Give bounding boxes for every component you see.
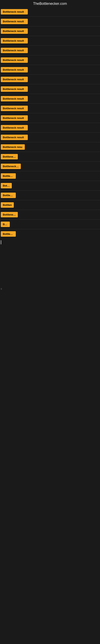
list-item: Bottleneck resu [0,143,100,151]
bottleneck-badge[interactable]: Bottlen [1,202,14,208]
list-item: Bottleneck [0,152,100,161]
bottleneck-badge[interactable]: Bottleneck result [1,67,28,72]
list-item: Bottleneck [0,210,100,219]
list-item: Bottleneck result [0,8,100,16]
bottleneck-badge[interactable]: Bottleneck result [1,48,28,53]
list-item: Bottleneck result [0,66,100,74]
bottleneck-badge[interactable]: Bottleneck result [1,86,28,92]
bottleneck-badge[interactable]: Bottleneck result [1,96,28,102]
bottleneck-badge[interactable]: Bottlenec [1,173,16,179]
list-item: Bottleneck result [0,46,100,55]
separator [0,229,100,229]
bottleneck-badge[interactable]: Bottlenec [1,231,16,237]
bottleneck-badge[interactable]: Bottleneck [1,154,18,160]
list-item: Bottlenec [0,191,100,200]
bottleneck-badge[interactable]: Bottleneck result [1,125,28,130]
list-item: Bottlenec [0,172,100,180]
footer-empty [0,291,100,412]
list-item: Bottleneck result [0,27,100,36]
separator [0,46,100,46]
list-item: Bottleneck result [0,17,100,26]
list-item: Bottleneck result [0,36,100,45]
separator [0,181,100,181]
bottleneck-badge[interactable]: Bottleneck re [1,164,21,169]
separator [0,65,100,65]
separator [0,113,100,113]
list-item: Bottleneck result [0,114,100,122]
separator [0,219,100,220]
empty-section [0,246,100,286]
separator [0,84,100,84]
list-item: Bottleneck result [0,75,100,84]
list-item: Bottleneck result [0,56,100,64]
bottleneck-badge[interactable]: Bottleneck result [1,135,28,140]
list-item: Bottleneck re [0,162,100,171]
small-char-indicator: c [0,286,100,291]
bottleneck-badge[interactable]: Bottleneck result [1,106,28,111]
bottleneck-badge[interactable]: Bottleneck result [1,9,28,14]
bottleneck-badge[interactable]: Bottleneck result [1,77,28,82]
bottleneck-badge[interactable]: Bottleneck result [1,19,28,24]
separator [0,74,100,75]
bottleneck-badge[interactable]: Bottleneck resu [1,144,25,150]
site-title: TheBottlenecker.com [0,0,100,8]
bottleneck-badge[interactable]: Bottlenec [1,192,16,198]
bottleneck-badge[interactable]: Bottleneck [1,212,18,217]
list-item: Bottleneck result [0,94,100,103]
separator [0,94,100,94]
separator [0,152,100,152]
cursor-indicator [1,240,1,244]
list-item: Bottlen [0,201,100,209]
separator [0,171,100,171]
bottleneck-badge[interactable]: Bottleneck result [1,57,28,63]
list-item: Bottleneck result [0,85,100,94]
list-item: Bottleneck result [0,104,100,113]
separator [0,104,100,104]
list-item: Bottleneck result [0,133,100,142]
bottleneck-badge[interactable]: Bottleneck result [1,28,28,34]
list-item: Bottlenec [0,230,100,238]
bottleneck-badge[interactable]: Bottleneck result [1,38,28,44]
bottleneck-badge[interactable]: Bottleneck result [1,115,28,121]
list-item: Bottleneck result [0,123,100,132]
separator [0,123,100,123]
bottleneck-badge[interactable]: Bott [1,222,10,227]
separator [0,36,100,36]
separator [0,200,100,200]
bottleneck-badge[interactable]: Bottle [1,183,12,188]
separator [0,210,100,210]
bottleneck-list: Bottleneck resultBottleneck resultBottle… [0,8,100,238]
list-item: Bott [0,220,100,228]
separator [0,142,100,142]
list-item: Bottle [0,181,100,190]
separator [0,16,100,17]
